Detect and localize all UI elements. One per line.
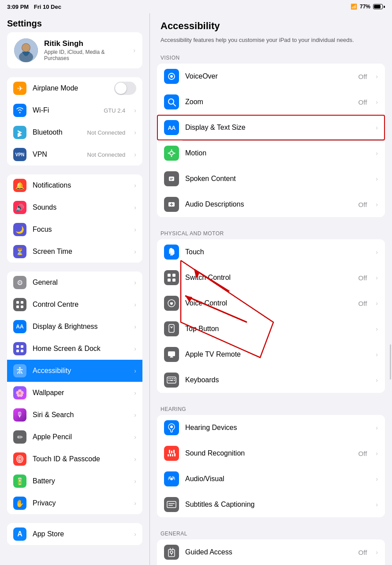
content-item-switchctrl[interactable]: Switch Control Off › [157,265,385,290]
sidebar-item-applepencil[interactable]: ✏ Apple Pencil › [7,426,142,448]
sidebar-label-touchid: Touch ID & Passcode [33,455,128,463]
sidebar-item-wallpaper[interactable]: 🌸 Wallpaper › [7,382,142,404]
content-item-audiodesc[interactable]: Audio Descriptions Off › [157,192,385,217]
sidebar-item-wifi[interactable]: Wi-Fi GTU 2.4 › [7,99,142,121]
sidebar: Settings Ritik Singh Apple ID, iCloud, M… [0,13,150,565]
appletv-icon [164,347,179,362]
sidebar-item-accessibility[interactable]: Accessibility › [7,360,142,382]
voiceover-icon [164,69,179,84]
sidebar-item-privacy[interactable]: ✋ Privacy › [7,492,142,514]
content-group-vision: VoiceOver Off › Zoom Off › AA Display & … [157,64,385,217]
notifications-chevron: › [134,182,136,189]
audiodesc-chevron: › [376,201,378,208]
guided-chevron: › [376,549,378,556]
sidebar-group-appstore: A App Store › [7,523,142,545]
subtitles-chevron: › [376,501,378,508]
sidebar-item-notifications[interactable]: 🔔 Notifications › [7,174,142,196]
wallpaper-icon: 🌸 [13,386,26,399]
sidebar-item-focus[interactable]: 🌙 Focus › [7,218,142,241]
sidebar-item-airplane[interactable]: ✈ Airplane Mode [7,77,142,99]
svg-point-3 [22,44,30,52]
screentime-icon: ⏳ [13,245,26,258]
sidebar-item-general[interactable]: ⚙ General › [7,271,142,294]
svg-rect-43 [169,450,170,453]
svg-rect-6 [16,305,19,308]
sidebar-item-bluetooth[interactable]: Bluetooth Not Connected › [7,121,142,143]
sidebar-label-siri: Siri & Search [33,411,128,419]
focus-icon: 🌙 [13,223,26,236]
sidebar-label-screentime: Screen Time [33,248,128,256]
bluetooth-value: Not Connected [87,129,126,136]
applepencil-icon: ✏ [13,430,26,444]
sidebar-group-notifications: 🔔 Notifications › 🔊 Sounds › 🌙 Focus › ⏳… [7,174,142,263]
content-item-hearingdevices[interactable]: Hearing Devices › [157,415,385,441]
voicectrl-label: Voice Control [185,299,352,307]
svg-rect-52 [168,503,175,504]
zoom-chevron: › [376,98,378,105]
content-item-guided[interactable]: Guided Access Off › [157,539,385,565]
profile-card[interactable]: Ritik Singh Apple ID, iCloud, Media & Pu… [7,32,142,68]
voicectrl-value: Off [358,300,367,307]
sidebar-label-applepencil: Apple Pencil [33,433,128,441]
spoken-icon [164,171,179,186]
svg-rect-51 [167,501,176,508]
vpn-icon: VPN [13,148,26,161]
displaybrightness-chevron: › [134,323,136,330]
airplane-toggle[interactable] [114,82,136,95]
content-item-subtitles[interactable]: Subtitles & Captioning › [157,492,385,517]
wallpaper-chevron: › [134,389,136,396]
spoken-chevron: › [376,175,378,182]
content-item-audiovis[interactable]: Audio/Visual › [157,466,385,492]
siri-chevron: › [134,411,136,418]
keyboards-icon [164,373,179,388]
content-panel: Accessibility Accessibility features hel… [150,13,392,565]
appletv-label: Apple TV Remote [185,350,370,358]
hearingdevices-label: Hearing Devices [185,424,370,432]
sidebar-label-privacy: Privacy [33,499,128,507]
content-item-displaytext[interactable]: AA Display & Text Size › [157,115,385,140]
touchid-chevron: › [134,456,136,463]
content-item-topbutton[interactable]: Top Button › [157,316,385,342]
siri-icon: 🎙 [13,408,26,422]
audiovis-icon [164,471,179,486]
sidebar-item-screentime[interactable]: ⏳ Screen Time › [7,241,142,263]
sidebar-item-displaybrightness[interactable]: AA Display & Brightness › [7,316,142,338]
status-time-date: 3:09 PM Fri 10 Dec [7,4,61,10]
content-item-zoom[interactable]: Zoom Off › [157,89,385,115]
content-item-motion[interactable]: Motion › [157,140,385,166]
sidebar-group-general: ⚙ General › Control Centre › AA [7,271,142,514]
main-container: Settings Ritik Singh Apple ID, iCloud, M… [0,13,392,565]
sidebar-item-vpn[interactable]: VPN VPN Not Connected › [7,143,142,166]
bluetooth-icon [13,126,26,139]
sidebar-item-homescreen[interactable]: Home Screen & Dock › [7,338,142,360]
sidebar-item-appstore[interactable]: A App Store › [7,523,142,545]
content-item-soundrec[interactable]: Sound Recognition Off › [157,441,385,466]
svg-rect-8 [16,345,19,348]
sidebar-item-battery[interactable]: 🔋 Battery › [7,470,142,492]
content-item-keyboards[interactable]: Keyboards › [157,367,385,393]
profile-name: Ritik Singh [44,39,127,48]
content-item-touch[interactable]: Touch › [157,239,385,265]
svg-rect-38 [174,378,175,379]
sidebar-label-homescreen: Home Screen & Dock [33,345,128,353]
content-title: Accessibility [150,13,392,36]
svg-rect-35 [168,378,170,379]
sidebar-item-sounds[interactable]: 🔊 Sounds › [7,196,142,218]
content-item-voiceover[interactable]: VoiceOver Off › [157,64,385,89]
sidebar-item-touchid[interactable]: Touch ID & Passcode › [7,448,142,470]
switchctrl-icon [164,270,179,285]
sidebar-item-controlcentre[interactable]: Control Centre › [7,294,142,316]
controlcentre-icon [13,298,26,311]
section-label-hearing: HEARING [150,402,392,415]
accessibility-icon [13,364,26,377]
displaybrightness-icon: AA [13,320,26,333]
content-item-spoken[interactable]: Spoken Content › [157,166,385,192]
svg-point-50 [170,478,173,480]
svg-rect-28 [172,274,175,277]
svg-point-12 [19,367,21,369]
content-item-voicectrl[interactable]: Voice Control Off › [157,290,385,316]
battery-chevron: › [134,478,136,485]
bluetooth-chevron: › [134,129,136,136]
content-item-appletv[interactable]: Apple TV Remote › [157,342,385,367]
sidebar-item-siri[interactable]: 🎙 Siri & Search › [7,404,142,426]
